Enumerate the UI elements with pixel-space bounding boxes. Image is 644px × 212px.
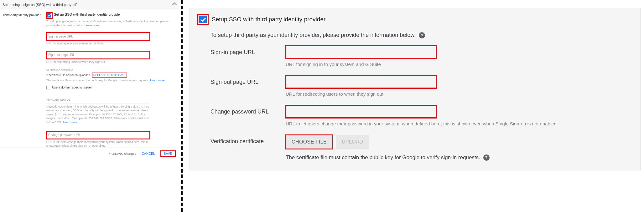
help-icon[interactable]: ? bbox=[419, 32, 425, 38]
right-idp-panel: Setup SSO with third party identity prov… bbox=[190, 8, 641, 170]
domain-issuer-label: Use a domain specific issuer bbox=[52, 86, 92, 89]
signin-url-placeholder: Sign-in page URL bbox=[48, 35, 73, 38]
cert-help: The certificate file must contain the pu… bbox=[46, 78, 172, 83]
choose-file-highlight: CHOOSE FILE bbox=[286, 135, 333, 149]
vertical-divider bbox=[181, 0, 183, 212]
footer-bar: 4 unsaved changes CANCEL SAVE bbox=[0, 148, 179, 159]
signout-url-help: URL for redirecting users to when they s… bbox=[286, 91, 632, 97]
signin-url-help: URL for signing in to your system and G … bbox=[286, 62, 632, 67]
help-icon[interactable]: ? bbox=[483, 154, 490, 161]
change-password-help: URL to let users change their password i… bbox=[286, 121, 630, 126]
left-admin-panel: Set up single sign-on (SSO) with a third… bbox=[0, 0, 179, 159]
learn-more-link[interactable]: Learn more bbox=[85, 24, 99, 27]
replace-certificate-button[interactable]: REPLACE CERTIFICATE bbox=[92, 73, 127, 77]
setup-sso-checkbox[interactable] bbox=[199, 16, 207, 23]
network-masks-title: Network masks bbox=[46, 98, 150, 103]
chevron-up-icon bbox=[172, 3, 177, 7]
signin-url-help: URL for signing in to your system and G … bbox=[46, 42, 172, 46]
choose-file-button[interactable]: CHOOSE FILE bbox=[286, 135, 333, 149]
learn-more-link[interactable]: Learn more bbox=[150, 79, 164, 82]
change-password-url-input[interactable]: Change password URL bbox=[46, 131, 150, 139]
signout-url-label: Sign-out page URL bbox=[210, 76, 283, 97]
cert-note-text: The certificate file must contain the pu… bbox=[286, 154, 480, 161]
cert-uploaded-text: A certificate file has been uploaded. bbox=[46, 73, 91, 77]
section-header-title: Set up single sign-on (SSO) with a third… bbox=[3, 3, 78, 7]
cancel-button[interactable]: CANCEL bbox=[140, 151, 157, 157]
signout-url-input[interactable]: Sign-out page URL bbox=[46, 51, 150, 59]
change-password-url-placeholder: Change password URL bbox=[48, 133, 80, 137]
domain-issuer-checkbox[interactable] bbox=[46, 86, 50, 89]
setup-sso-label: Set up SSO with third-party identity pro… bbox=[54, 13, 121, 16]
change-password-url-label: Change password URL bbox=[210, 105, 283, 126]
learn-more-link[interactable]: Learn more bbox=[63, 121, 77, 124]
signin-url-input[interactable]: Sign-in page URL bbox=[46, 33, 150, 40]
unsaved-changes-text: 4 unsaved changes bbox=[109, 152, 136, 155]
checkbox-highlight bbox=[46, 13, 52, 18]
signout-url-help: URL for redirecting users to when they s… bbox=[46, 60, 172, 64]
section-header[interactable]: Set up single sign-on (SSO) with a third… bbox=[0, 0, 179, 9]
panel-subtitle: To setup third party as your identity pr… bbox=[210, 32, 416, 38]
network-masks-help: Network masks determine which addresses … bbox=[46, 105, 153, 124]
change-password-help: URL to let users change their password i… bbox=[46, 140, 153, 148]
panel-title: Setup SSO with third party identity prov… bbox=[212, 16, 325, 23]
cert-title: Verification certificate bbox=[46, 68, 172, 72]
signout-url-input[interactable] bbox=[286, 76, 436, 88]
side-label: Third-party identity provider bbox=[3, 13, 46, 148]
signin-url-input[interactable] bbox=[286, 46, 436, 58]
signin-url-label: Sign-in page URL bbox=[210, 46, 283, 67]
verification-cert-label: Verification certificate bbox=[210, 135, 283, 161]
checkbox-highlight bbox=[198, 14, 208, 24]
signout-url-placeholder: Sign-out page URL bbox=[48, 53, 75, 57]
save-button[interactable]: SAVE bbox=[161, 151, 175, 157]
setup-sso-checkbox[interactable] bbox=[47, 13, 51, 18]
intro-text: To set up single sign-on for managed Goo… bbox=[46, 19, 172, 27]
change-password-url-input[interactable] bbox=[286, 105, 436, 118]
upload-button[interactable]: UPLOAD bbox=[336, 135, 369, 149]
